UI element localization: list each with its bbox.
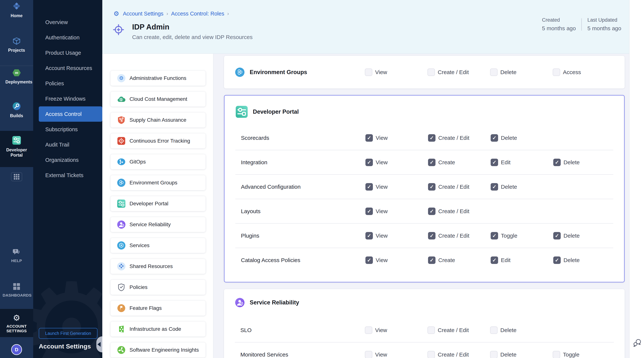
permission-delete-checkbox[interactable]: ✓Delete [491, 183, 553, 191]
permission-delete-checkbox[interactable]: ✓Delete [553, 159, 616, 166]
permission-view-checkbox[interactable]: View [365, 351, 428, 358]
category-environment-groups[interactable]: Environment Groups [110, 175, 206, 190]
category-administrative-functions[interactable]: ⚙Administrative Functions [110, 71, 206, 86]
module-nav-item-projects[interactable]: Projects [0, 18, 33, 53]
sidebar-item-access-control[interactable]: Access Control [39, 106, 102, 122]
module-switcher-button[interactable] [11, 172, 22, 181]
permission-create-edit-checkbox[interactable]: ✓Create / Edit [428, 134, 491, 142]
account-settings-icon: ⚙ [13, 314, 20, 322]
sidebar-item-overview[interactable]: Overview [33, 15, 102, 30]
module-nav-item-builds[interactable]: Builds [0, 85, 33, 118]
sidebar-item-policies[interactable]: Policies [33, 76, 102, 91]
category-developer-portal[interactable]: Developer Portal [110, 196, 206, 211]
permission-view-checkbox[interactable]: ✓View [366, 256, 428, 264]
permission-delete-checkbox[interactable]: Delete [490, 326, 553, 334]
category-service-reliability[interactable]: Service Reliability [110, 217, 206, 232]
permission-create-checkbox[interactable]: ✓Create [428, 256, 491, 264]
utility-nav-item-account-settings[interactable]: ⚙ACCOUNT SETTINGS [0, 309, 33, 337]
permission-create-edit-checkbox[interactable]: ✓Create / Edit [428, 232, 491, 240]
permission-create-edit-checkbox[interactable]: Create / Edit [428, 326, 490, 334]
sidebar-title: Account Settings [39, 343, 91, 350]
policies-icon [117, 283, 126, 291]
utility-nav-label: DASHBOARDS [2, 293, 30, 298]
permission-view-checkbox[interactable]: ✓View [366, 134, 428, 142]
sidebar-item-authentication[interactable]: Authentication [33, 30, 102, 45]
category-feature-flags[interactable]: Feature Flags [110, 301, 206, 316]
module-nav-label: Projects [6, 48, 28, 53]
utility-nav-label: ACCOUNT SETTINGS [2, 324, 30, 333]
checked-checkbox-icon: ✓ [553, 256, 561, 264]
page-header: ⚙Account Settings›Access Control: Roles›… [102, 0, 630, 54]
permission-create-checkbox[interactable]: ✓Create [428, 159, 491, 166]
category-policies[interactable]: Policies [110, 280, 206, 295]
utility-nav-item-help[interactable]: ?HELP [0, 245, 33, 267]
breadcrumb-link-access-control-roles[interactable]: Access Control: Roles [171, 11, 224, 17]
permission-row-label: Plugins [241, 233, 259, 239]
permission-delete-checkbox[interactable]: Delete [490, 351, 553, 358]
permission-access-checkbox[interactable]: Access [553, 69, 615, 76]
sidebar-item-freeze-windows[interactable]: Freeze Windows [33, 91, 102, 106]
category-supply-chain-assurance[interactable]: Supply Chain Assurance [110, 113, 206, 127]
category-shared-resources[interactable]: Shared Resources [110, 259, 206, 274]
sidebar-item-external-tickets[interactable]: External Tickets [33, 168, 102, 183]
permission-create-edit-checkbox[interactable]: Create / Edit [428, 69, 490, 76]
category-gitops[interactable]: GitOps [110, 154, 206, 169]
sei-icon [117, 346, 126, 354]
launch-first-generation-button[interactable]: Launch First Generation [39, 328, 98, 339]
permission-label: View [375, 69, 387, 75]
sidebar-item-account-resources[interactable]: Account Resources [33, 61, 102, 76]
module-nav-label: Deployments [6, 79, 28, 85]
sidebar-item-organizations[interactable]: Organizations [33, 152, 102, 168]
unchecked-checkbox-icon [490, 69, 498, 76]
sidebar-item-product-usage[interactable]: Product Usage [33, 45, 102, 61]
permission-label: Delete [501, 135, 517, 141]
permission-view-checkbox[interactable]: ✓View [366, 232, 428, 240]
breadcrumb-link-account-settings[interactable]: Account Settings [123, 11, 164, 17]
utility-nav-item-dashboards[interactable]: DASHBOARDS [0, 279, 33, 301]
developer-portal-section-icon [236, 106, 248, 118]
permission-edit-checkbox[interactable]: ✓Edit [491, 256, 553, 264]
category-continuous-error-tracking[interactable]: Continuous Error Tracking [110, 133, 206, 148]
svg-text:$: $ [120, 98, 122, 101]
module-nav-item-home[interactable]: Home [0, 0, 33, 18]
permission-row-integration: Integration✓View✓Create✓Edit✓Delete [224, 150, 624, 174]
sidebar-item-audit-trail[interactable]: Audit Trail [33, 137, 102, 152]
permission-delete-checkbox[interactable]: ✓Delete [553, 232, 616, 240]
permission-view-checkbox[interactable]: View [365, 69, 428, 76]
sidebar-item-subscriptions[interactable]: Subscriptions [33, 122, 102, 137]
permission-delete-checkbox[interactable]: ✓Delete [553, 256, 616, 264]
permission-row-scorecards: Scorecards✓View✓Create / Edit✓Delete [224, 126, 624, 150]
meta-value: 5 months ago [542, 25, 576, 32]
iac-icon [117, 325, 126, 333]
permission-create-edit-checkbox[interactable]: ✓Create / Edit [428, 208, 491, 215]
category-infrastructure-as-code[interactable]: Infrastructure as Code [110, 322, 206, 336]
environment-groups-icon [117, 179, 126, 187]
checked-checkbox-icon: ✓ [491, 183, 498, 191]
permission-create-edit-checkbox[interactable]: ✓Create / Edit [428, 183, 491, 191]
permission-view-checkbox[interactable]: ✓View [366, 208, 428, 215]
category-services[interactable]: Services [110, 238, 206, 253]
permission-edit-checkbox[interactable]: ✓Edit [491, 159, 553, 166]
page-title: IDP Admin [132, 23, 252, 31]
permission-view-checkbox[interactable]: ✓View [366, 183, 428, 191]
permission-toggle-checkbox[interactable]: Toggle [553, 351, 615, 358]
module-nav-item-developer-portal[interactable]: Developer Portal [0, 131, 33, 167]
module-nav-item-deployments[interactable]: ∞Deployments [0, 66, 33, 85]
sidebar-menu: OverviewAuthenticationProduct UsageAccou… [33, 0, 102, 183]
permission-create-edit-checkbox[interactable]: Create / Edit [428, 351, 490, 358]
checked-checkbox-icon: ✓ [366, 183, 373, 191]
category-software-engineering-insights[interactable]: Software Engineering Insights [110, 342, 206, 357]
permission-row-layouts: Layouts✓View✓Create / Edit [224, 199, 624, 223]
category-cloud-cost-management[interactable]: $Cloud Cost Management [110, 92, 206, 107]
chat-support-icon[interactable] [633, 338, 642, 348]
permission-toggle-checkbox[interactable]: ✓Toggle [491, 232, 553, 240]
checked-checkbox-icon: ✓ [428, 134, 436, 142]
permission-delete-checkbox[interactable]: ✓Delete [491, 134, 553, 142]
permission-delete-checkbox[interactable]: Delete [490, 69, 553, 76]
permission-view-checkbox[interactable]: ✓View [366, 159, 428, 166]
user-avatar[interactable]: D [11, 344, 22, 355]
permission-view-checkbox[interactable]: View [365, 326, 428, 334]
utility-nav-label: HELP [2, 258, 30, 263]
permission-label: View [376, 233, 388, 239]
unchecked-checkbox-icon [365, 351, 372, 358]
